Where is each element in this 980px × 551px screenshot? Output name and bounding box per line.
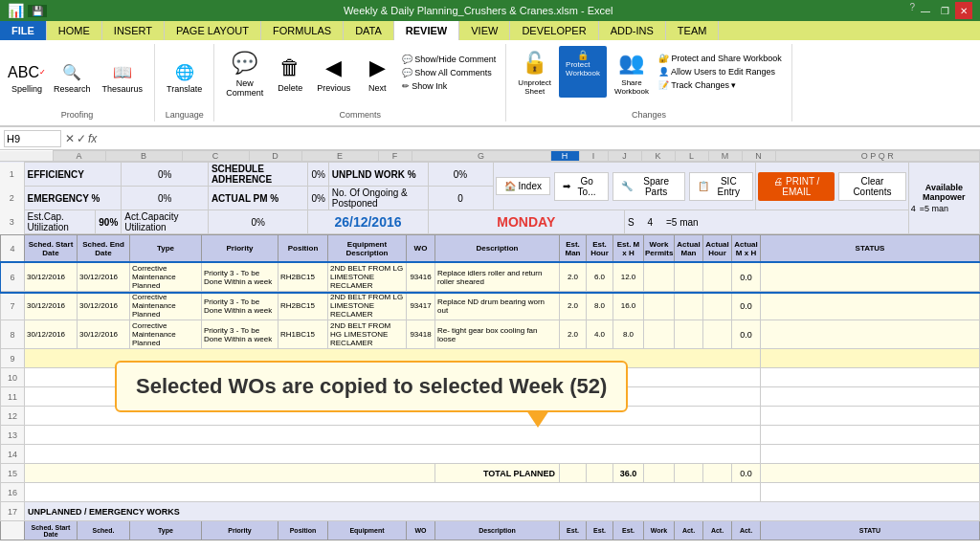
efficiency-val: 0% [122, 163, 209, 187]
row8-est-hour: 4.0 [587, 320, 613, 349]
col-est-hour: Est. Hour [587, 235, 613, 262]
previous-comment-button[interactable]: ◀ Previous [313, 51, 354, 95]
row7-actual-hour [703, 292, 732, 320]
row8-wo: 93418 [407, 320, 435, 349]
row8-description: Re- tight gear box cooling fan loose [435, 320, 560, 349]
goto-icon: ➡ [563, 181, 570, 191]
next-comment-button[interactable]: ▶ Next [358, 51, 396, 95]
window-controls[interactable]: ? — ❐ ✕ [909, 2, 972, 19]
empty-row-12: 12 [1, 407, 980, 426]
restore-button[interactable]: ❐ [936, 2, 953, 19]
research-button[interactable]: 🔍 Research [50, 59, 95, 96]
minimize-button[interactable]: — [917, 2, 934, 19]
next-comment-icon: ▶ [362, 53, 392, 83]
col-type: Type [130, 235, 202, 262]
print-button[interactable]: 🖨 PRINT / EMAIL [758, 172, 835, 201]
show-ink-button[interactable]: ✏ Show Ink [400, 80, 498, 92]
show-all-comments-button[interactable]: 💬 Show All Comments [400, 67, 498, 78]
changes-label: Changes [632, 108, 666, 120]
row7-equipment: 2ND BELT FROM LG LIMESTONE RECLAMER [328, 292, 407, 320]
row6-position: RH2BC15 [278, 263, 328, 292]
row-header-letters: A B C D E F G H I J K L M N O P Q R [0, 151, 980, 162]
tab-page-layout[interactable]: PAGE LAYOUT [165, 21, 261, 40]
research-icon: 🔍 [60, 61, 83, 84]
row6-type: Corrective Maintenance Planned [130, 263, 202, 292]
no-of-ongoing-label: No. Of Ongoing & Postponed [332, 187, 408, 209]
column-headers: 4 Sched. Start Date Sched. End Date Type… [1, 235, 980, 262]
translate-button[interactable]: 🌐 Translate [163, 59, 206, 96]
tab-review[interactable]: REVIEW [394, 21, 459, 40]
row8-type: Corrective Maintenance Planned [130, 320, 202, 349]
tab-view[interactable]: VIEW [459, 21, 510, 40]
share-workbook-button[interactable]: 👥 ShareWorkbook [611, 46, 653, 98]
row7-est-hour: 8.0 [587, 292, 613, 320]
col-sched-start: Sched. Start Date [25, 235, 78, 262]
index-button[interactable]: 🏠 Index [496, 177, 550, 195]
tab-file[interactable]: FILE [0, 21, 47, 40]
tab-home[interactable]: HOME [47, 21, 102, 40]
row6-est-mxh: 12.0 [613, 263, 644, 292]
tab-data[interactable]: DATA [344, 21, 394, 40]
est-cap-util-val: 90% [96, 210, 122, 234]
track-changes-button[interactable]: 📝 Track Changes ▾ [657, 79, 784, 91]
col-actual-man: Actual Man [675, 235, 703, 262]
col-sched-end: Sched. End Date [78, 235, 130, 262]
tab-developer[interactable]: DEVELOPER [510, 21, 598, 40]
row7-sched-end: 30/12/2016 [78, 292, 130, 320]
main-area: A B C D E F G H I J K L M N O P Q R 1 [0, 150, 980, 551]
clear-button[interactable]: Clear Contents [838, 172, 905, 201]
spare-parts-button[interactable]: 🔧 Spare Parts [612, 172, 685, 201]
show-hide-comment-button[interactable]: 💬 Show/Hide Comment [400, 54, 498, 65]
insert-function-icon[interactable]: fx [88, 132, 97, 145]
spelling-button[interactable]: ABC✓ Spelling [8, 59, 46, 96]
protect-share-button[interactable]: 🔐 Protect and Share Workbook [657, 53, 784, 64]
row6-est-man: 2.0 [560, 263, 587, 292]
col-status: STATUS [761, 235, 980, 262]
sic-button[interactable]: 📋 SIC Entry [689, 172, 753, 201]
tab-insert[interactable]: INSERT [102, 21, 165, 40]
help-icon[interactable]: ? [909, 2, 915, 19]
empty-row-9: 9 [1, 349, 980, 368]
row8-equipment: 2ND BELT FROM HG LIMESTONE RECLAMER [328, 320, 407, 349]
changes-group: 🔓 UnprotectSheet 🔒 ProtectWorkbook 👥 Sha… [506, 44, 791, 121]
spanner-icon: 🔧 [621, 181, 633, 191]
show-all-icon: 💬 [402, 68, 412, 77]
name-box[interactable]: H9 [4, 130, 61, 147]
unprotect-sheet-button[interactable]: 🔓 UnprotectSheet [514, 46, 555, 98]
info-row-3: 3 Est.Cap. Utilization 90% Act.Capacity … [0, 210, 980, 234]
goto-button[interactable]: ➡ Go To... [554, 172, 609, 201]
emergency-label: EMERGENCY % [28, 193, 100, 204]
tab-add-ins[interactable]: ADD-INS [599, 21, 666, 40]
total-planned-row: 15 TOTAL PLANNED 36.0 0.0 [1, 464, 980, 483]
unplanned-header: UNPLANNED / EMERGENCY WORKS [25, 502, 980, 521]
unprotect-sheet-icon: 🔓 [520, 48, 550, 78]
row8-work-permits [644, 320, 675, 349]
available-manpower-header: Available Manpower [911, 183, 977, 202]
show-ink-icon: ✏ [402, 81, 410, 91]
protect-workbook-button[interactable]: 🔒 ProtectWorkbook [559, 46, 607, 98]
row7-priority: Priority 3 - To be Done Within a week [202, 292, 278, 320]
delete-comment-button[interactable]: 🗑 Delete [271, 51, 309, 95]
row6-sched-end: 30/12/2016 [78, 263, 130, 292]
tab-formulas[interactable]: FORMULAS [261, 21, 344, 40]
unplanned-header-row: 17 UNPLANNED / EMERGENCY WORKS [1, 502, 980, 521]
confirm-formula-icon[interactable]: ✓ [77, 132, 86, 145]
efficiency-label: EFFICIENCY [28, 169, 84, 180]
cancel-formula-icon[interactable]: ✕ [65, 132, 75, 145]
close-button[interactable]: ✕ [955, 2, 972, 19]
total-planned-label: TOTAL PLANNED [435, 464, 560, 483]
ribbon-tabs[interactable]: FILE HOME INSERT PAGE LAYOUT FORMULAS DA… [0, 21, 980, 40]
sched-adherence-val: 0% [308, 163, 328, 187]
row7-wo: 93417 [407, 292, 435, 320]
formula-input[interactable] [100, 133, 976, 144]
tab-team[interactable]: TEAM [666, 21, 720, 40]
ribbon-content: ABC✓ Spelling 🔍 Research 📖 Thesaurus Pro… [0, 40, 980, 126]
thesaurus-button[interactable]: 📖 Thesaurus [99, 59, 147, 96]
allow-users-button[interactable]: 👤 Allow Users to Edit Ranges [657, 66, 784, 77]
col-description: Description [435, 235, 560, 262]
sic-icon: 📋 [698, 181, 709, 191]
new-comment-button[interactable]: 💬 NewComment [222, 46, 267, 99]
sched-adherence-label: SCHEDULE ADHERENCE [212, 164, 272, 185]
col-wo: WO [407, 235, 435, 262]
row6-est-hour: 6.0 [587, 263, 613, 292]
